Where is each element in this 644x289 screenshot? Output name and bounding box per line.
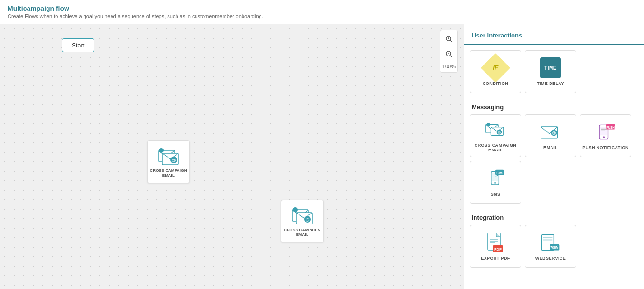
node-label-2: CROSS CAMPAIGNEMAIL <box>284 228 321 238</box>
integration-grid: PDF EXPORT PDF WS <box>464 225 644 271</box>
svg-rect-47 <box>543 237 552 238</box>
zoom-out-button[interactable] <box>442 47 456 61</box>
node-label-1: CROSS CAMPAIGNEMAIL <box>150 168 187 178</box>
integration-section-title: Integration <box>464 207 644 225</box>
panel-item-cross-campaign-email[interactable]: @ CROSS CAMPAIGN EMAIL <box>470 114 521 157</box>
start-button[interactable]: Start <box>62 38 94 52</box>
push-notification-icon: PUSH <box>595 121 616 142</box>
cross-campaign-email-icon: @ <box>485 119 506 140</box>
panel-item-export-pdf[interactable]: PDF EXPORT PDF <box>470 225 521 268</box>
page-title: Multicampaign flow <box>8 5 636 12</box>
top-bar: Multicampaign flow Create Flows when to … <box>0 0 644 24</box>
svg-rect-42 <box>490 241 498 242</box>
svg-rect-48 <box>543 240 552 241</box>
svg-line-13 <box>450 40 452 42</box>
page-description: Create Flows when to achieve a goal you … <box>8 13 636 19</box>
svg-rect-49 <box>543 242 549 242</box>
svg-text:@: @ <box>306 217 310 222</box>
email-label: EMAIL <box>543 145 558 150</box>
svg-text:@: @ <box>552 131 556 136</box>
svg-point-18 <box>487 123 490 126</box>
condition-icon: IF <box>481 53 510 83</box>
cross-campaign-email-icon-1: @ <box>157 146 180 167</box>
zoom-level: 100% <box>442 63 456 70</box>
user-interactions-grid: IF CONDITION TIME TIME DELAY <box>464 50 644 97</box>
zoom-out-icon <box>445 50 453 58</box>
svg-text:PUSH: PUSH <box>606 126 615 129</box>
svg-point-6 <box>293 207 298 212</box>
email-icon: @ <box>540 121 561 142</box>
cross-campaign-email-label: CROSS CAMPAIGN EMAIL <box>470 143 521 152</box>
webservice-icon: WS <box>540 232 561 253</box>
messaging-grid: @ CROSS CAMPAIGN EMAIL @ EMAIL <box>464 114 644 207</box>
panel-item-push-notification[interactable]: PUSH PUSH NOTIFICATION <box>580 114 631 157</box>
canvas-node-cross-email-2[interactable]: @ CROSS CAMPAIGNEMAIL <box>281 200 324 242</box>
svg-text:PDF: PDF <box>494 247 502 252</box>
zoom-in-button[interactable] <box>442 32 456 46</box>
svg-rect-41 <box>490 239 498 240</box>
svg-point-1 <box>159 148 164 153</box>
time-delay-icon: TIME <box>540 57 561 78</box>
sms-icon: SMS <box>485 168 506 189</box>
main-content: Start @ CROSS CAMPAIGNEMAIL <box>0 24 644 289</box>
right-panel: User Interactions IF CONDITION TIME TIME… <box>464 24 644 289</box>
panel-item-time-delay[interactable]: TIME TIME DELAY <box>525 50 576 93</box>
svg-point-27 <box>603 136 605 138</box>
panel-header: User Interactions <box>464 24 644 45</box>
svg-text:@: @ <box>172 158 176 163</box>
export-pdf-label: EXPORT PDF <box>481 256 510 261</box>
panel-item-webservice[interactable]: WS WEBSERVICE <box>525 225 576 268</box>
svg-text:@: @ <box>497 131 501 134</box>
canvas-area[interactable]: Start @ CROSS CAMPAIGNEMAIL <box>0 24 464 289</box>
panel-item-email[interactable]: @ EMAIL <box>525 114 576 157</box>
panel-item-sms[interactable]: SMS SMS <box>470 161 521 204</box>
time-delay-label: TIME DELAY <box>537 81 564 86</box>
push-notification-label: PUSH NOTIFICATION <box>582 145 629 150</box>
zoom-controls: 100% <box>440 30 458 73</box>
canvas-node-cross-email-1[interactable]: @ CROSS CAMPAIGNEMAIL <box>147 140 190 183</box>
svg-text:SMS: SMS <box>496 171 504 175</box>
webservice-label: WEBSERVICE <box>535 256 566 261</box>
zoom-in-icon <box>445 35 453 43</box>
svg-rect-43 <box>490 242 495 243</box>
panel-item-condition[interactable]: IF CONDITION <box>470 50 521 93</box>
svg-point-35 <box>494 182 496 184</box>
export-pdf-icon: PDF <box>485 232 506 253</box>
tab-user-interactions[interactable]: User Interactions <box>472 32 522 45</box>
messaging-section-title: Messaging <box>464 97 644 114</box>
cross-campaign-email-icon-2: @ <box>290 205 314 226</box>
svg-line-16 <box>450 56 452 57</box>
sms-label: SMS <box>491 192 501 196</box>
